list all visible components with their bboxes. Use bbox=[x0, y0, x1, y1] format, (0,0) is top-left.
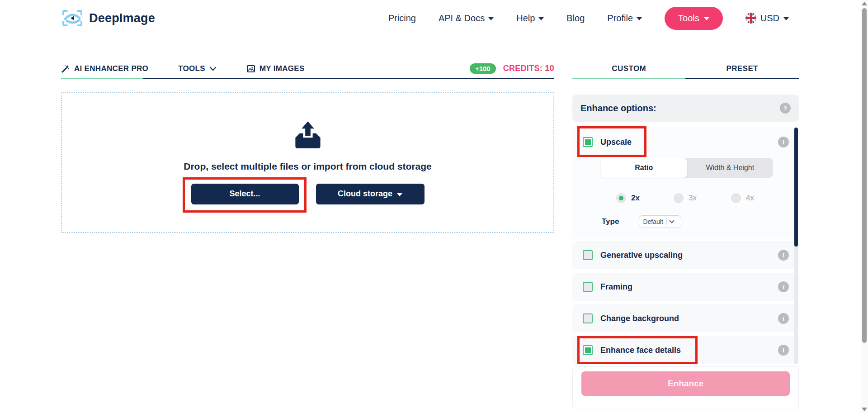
change-background-row[interactable]: Change background i bbox=[572, 304, 799, 332]
active-tab-underline bbox=[61, 78, 143, 79]
nav-links: Pricing API & Docs Help Blog Profile Too… bbox=[388, 7, 789, 30]
tools-button[interactable]: Tools bbox=[665, 7, 723, 30]
ratio-2x-label: 2x bbox=[631, 194, 640, 203]
enhance-options-header: Enhance options: ? bbox=[572, 95, 799, 122]
chevron-down-icon bbox=[669, 218, 674, 223]
upscale-mode-tabs: Ratio Width & Height bbox=[601, 158, 773, 178]
currency-label: USD bbox=[760, 13, 779, 24]
panel-scrollbar-track[interactable] bbox=[794, 128, 798, 364]
change-background-label: Change background bbox=[600, 314, 679, 323]
scrollbar-down-arrow-icon[interactable] bbox=[862, 408, 867, 411]
tab-ai-enhancer-pro-label: AI ENHANCER PRO bbox=[74, 64, 148, 73]
credits-bonus-badge[interactable]: +100 bbox=[470, 63, 496, 74]
deepimage-app: DeepImage Pricing API & Docs Help Blog P… bbox=[0, 0, 868, 413]
chevron-down-icon bbox=[637, 17, 642, 20]
active-panel-tab-underline bbox=[572, 78, 685, 79]
nav-help[interactable]: Help bbox=[516, 13, 544, 24]
ratio-4x-label: 4x bbox=[746, 194, 754, 203]
info-icon[interactable]: i bbox=[778, 313, 789, 324]
currency-selector[interactable]: USD bbox=[745, 13, 789, 24]
type-select-dropdown[interactable]: Default bbox=[639, 215, 681, 228]
tab-ai-enhancer-pro[interactable]: AI ENHANCER PRO bbox=[61, 64, 148, 73]
cloud-storage-button[interactable]: Cloud storage bbox=[316, 184, 425, 204]
nav-profile[interactable]: Profile bbox=[607, 13, 642, 24]
mode-tab-width-height[interactable]: Width & Height bbox=[687, 158, 774, 178]
framing-label: Framing bbox=[600, 282, 632, 292]
page-scrollbar[interactable] bbox=[861, 0, 868, 413]
chevron-down-icon bbox=[397, 193, 402, 196]
info-icon[interactable]: i bbox=[778, 250, 789, 261]
checkbox-fill bbox=[585, 139, 591, 145]
framing-checkbox[interactable] bbox=[583, 282, 593, 292]
deepimage-eye-icon bbox=[61, 9, 84, 28]
upload-icon bbox=[292, 121, 323, 149]
ratio-4x-radio[interactable]: 4x bbox=[731, 193, 788, 203]
enhance-face-details-checkbox[interactable] bbox=[583, 345, 593, 355]
upscale-section: Upscale i Ratio Width & Height 2x 3x 4x bbox=[572, 127, 799, 239]
page-scrollbar-thumb[interactable] bbox=[862, 8, 867, 343]
uk-flag-icon bbox=[745, 13, 756, 24]
panel-tabbar: CUSTOM PRESET bbox=[572, 59, 799, 79]
tab-tools-dropdown[interactable]: TOOLS bbox=[178, 64, 217, 73]
framing-row[interactable]: Framing i bbox=[572, 273, 799, 301]
main-tabs: AI ENHANCER PRO TOOLS MY IMAGES bbox=[61, 64, 305, 73]
tab-my-images-label: MY IMAGES bbox=[259, 64, 305, 73]
credits-count: CREDITS: 10 bbox=[503, 64, 554, 73]
tab-preset[interactable]: PRESET bbox=[686, 59, 799, 78]
top-navbar: DeepImage Pricing API & Docs Help Blog P… bbox=[61, 0, 789, 36]
mode-tab-ratio[interactable]: Ratio bbox=[601, 158, 687, 178]
nav-blog[interactable]: Blog bbox=[566, 13, 585, 24]
enhance-options-panel: Enhance options: ? Upscale i Ratio Width… bbox=[572, 95, 799, 122]
brand-logo[interactable]: DeepImage bbox=[61, 9, 155, 28]
tools-button-label: Tools bbox=[678, 13, 699, 24]
brand-name: DeepImage bbox=[89, 11, 155, 25]
dropzone-message: Drop, select multiple files or import fr… bbox=[184, 161, 431, 172]
nav-profile-label: Profile bbox=[607, 13, 633, 24]
nav-api-docs-label: API & Docs bbox=[439, 13, 485, 24]
ratio-3x-radio[interactable]: 3x bbox=[674, 193, 731, 203]
radio-circle bbox=[616, 193, 626, 203]
generative-upscaling-label: Generative upscaling bbox=[600, 251, 683, 260]
upscale-checkbox[interactable] bbox=[583, 137, 593, 147]
ratio-radio-group: 2x 3x 4x bbox=[616, 193, 788, 203]
ratio-3x-label: 3x bbox=[689, 194, 697, 203]
upload-dropzone[interactable]: Drop, select multiple files or import fr… bbox=[61, 92, 554, 233]
generative-upscaling-row[interactable]: Generative upscaling i bbox=[572, 241, 799, 269]
chevron-down-icon bbox=[783, 17, 789, 20]
enhance-action-card: Enhance bbox=[572, 366, 799, 409]
divider bbox=[666, 218, 667, 225]
radio-circle bbox=[674, 193, 684, 203]
radio-circle bbox=[731, 193, 741, 203]
type-selected-value: Default bbox=[643, 218, 663, 225]
cloud-storage-label: Cloud storage bbox=[338, 189, 392, 199]
generative-upscaling-checkbox[interactable] bbox=[583, 250, 593, 260]
credits-area: +100 CREDITS: 10 bbox=[470, 63, 554, 74]
tab-my-images[interactable]: MY IMAGES bbox=[246, 64, 305, 73]
image-icon bbox=[246, 64, 255, 73]
ratio-2x-radio[interactable]: 2x bbox=[616, 193, 674, 203]
select-files-button[interactable]: Select... bbox=[191, 184, 299, 204]
info-icon[interactable]: i bbox=[778, 345, 789, 356]
panel-scrollbar-thumb[interactable] bbox=[794, 128, 798, 247]
nav-pricing[interactable]: Pricing bbox=[388, 13, 416, 24]
info-icon[interactable]: i bbox=[778, 281, 789, 292]
main-tabbar: AI ENHANCER PRO TOOLS MY IMAGES +100 CRE… bbox=[61, 59, 554, 79]
chevron-down-icon bbox=[209, 66, 217, 71]
chevron-down-icon bbox=[704, 17, 709, 20]
enhance-face-details-row[interactable]: Enhance face details i bbox=[572, 336, 799, 364]
tab-custom[interactable]: CUSTOM bbox=[572, 59, 686, 78]
dropzone-buttons: Select... Cloud storage bbox=[191, 184, 425, 204]
enhance-button[interactable]: Enhance bbox=[581, 371, 790, 396]
help-icon[interactable]: ? bbox=[780, 103, 791, 114]
tab-tools-label: TOOLS bbox=[178, 64, 205, 73]
nav-api-docs[interactable]: API & Docs bbox=[439, 13, 494, 24]
change-background-checkbox[interactable] bbox=[583, 313, 593, 323]
nav-help-label: Help bbox=[516, 13, 535, 24]
scrollbar-up-arrow-icon[interactable] bbox=[862, 2, 867, 5]
magic-wand-icon bbox=[61, 64, 70, 73]
chevron-down-icon bbox=[538, 17, 544, 20]
info-icon[interactable]: i bbox=[778, 137, 789, 147]
checkbox-fill bbox=[585, 347, 591, 353]
upscale-option-row[interactable]: Upscale i bbox=[572, 127, 799, 157]
enhance-face-details-label: Enhance face details bbox=[600, 346, 681, 355]
